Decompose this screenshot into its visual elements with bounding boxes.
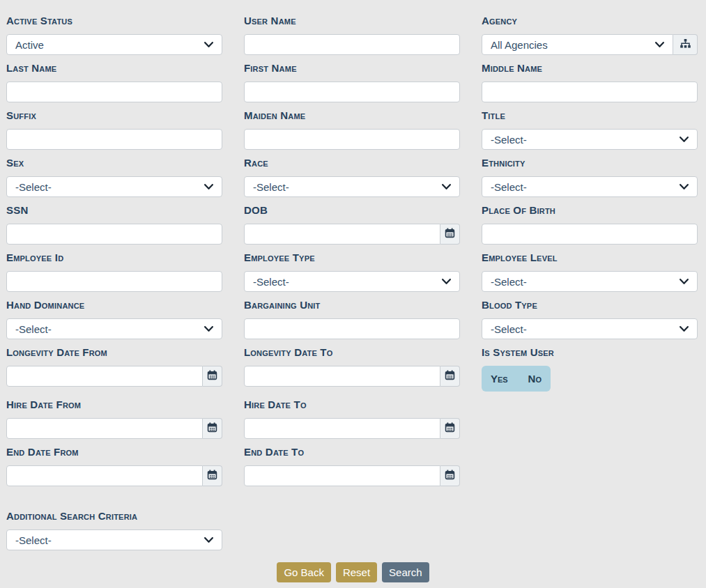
employee-type-value: -Select- xyxy=(253,276,289,288)
dob-input[interactable] xyxy=(244,224,440,245)
is-system-user-label: Is System User xyxy=(482,347,698,358)
place-of-birth-input[interactable] xyxy=(482,224,698,245)
additional-search-criteria-select[interactable]: -Select- xyxy=(6,529,222,550)
field-last-name: Last Name xyxy=(6,63,222,102)
ethnicity-label: Ethnicity xyxy=(482,157,698,169)
dob-label: DOB xyxy=(244,205,460,216)
chevron-down-icon xyxy=(680,326,689,332)
end-date-to-calendar-button[interactable] xyxy=(440,465,460,486)
suffix-input[interactable] xyxy=(6,129,222,150)
go-back-button[interactable]: Go Back xyxy=(277,562,331,582)
longevity-date-from-label: Longevity Date From xyxy=(6,347,222,358)
is-system-user-no-button[interactable]: No xyxy=(528,373,542,385)
org-chart-icon xyxy=(680,38,691,52)
field-maiden-name: Maiden Name xyxy=(244,110,460,150)
hand-dominance-label: Hand Dominance xyxy=(6,300,222,311)
reset-button[interactable]: Reset xyxy=(336,562,377,582)
chevron-down-icon xyxy=(442,279,451,285)
field-blood-type: Blood Type -Select- xyxy=(482,300,698,339)
maiden-name-input[interactable] xyxy=(244,129,460,150)
field-hire-date-to: Hire Date To xyxy=(244,399,460,439)
hire-date-to-input[interactable] xyxy=(244,418,440,439)
longevity-date-to-input[interactable] xyxy=(244,366,440,387)
longevity-date-to-label: Longevity Date To xyxy=(244,347,460,358)
first-name-label: First Name xyxy=(244,63,460,74)
title-select[interactable]: -Select- xyxy=(482,129,698,150)
field-first-name: First Name xyxy=(244,63,460,102)
form-actions: Go Back Reset Search xyxy=(0,562,706,582)
sex-select[interactable]: -Select- xyxy=(6,176,222,197)
chevron-down-icon xyxy=(680,137,689,143)
field-place-of-birth: Place Of Birth xyxy=(482,205,698,245)
hire-date-to-label: Hire Date To xyxy=(244,399,460,410)
agency-select[interactable]: All Agencies xyxy=(482,34,673,55)
hand-dominance-select[interactable]: -Select- xyxy=(6,318,222,339)
hire-date-from-input[interactable] xyxy=(6,418,203,439)
ssn-input[interactable] xyxy=(6,224,222,245)
end-date-from-input[interactable] xyxy=(6,465,203,486)
field-hire-date-from: Hire Date From xyxy=(6,399,222,439)
field-additional-search-criteria: Additional Search Criteria -Select- xyxy=(6,511,222,550)
calendar-icon xyxy=(445,370,455,382)
field-hand-dominance: Hand Dominance -Select- xyxy=(6,300,222,339)
employee-level-select[interactable]: -Select- xyxy=(482,271,698,292)
search-form: Active Status Active User Name Agency Al… xyxy=(0,0,706,486)
chevron-down-icon xyxy=(680,184,689,190)
end-date-from-calendar-button[interactable] xyxy=(203,465,222,486)
blood-type-select[interactable]: -Select- xyxy=(482,318,698,339)
chevron-down-icon xyxy=(204,42,213,48)
ethnicity-select[interactable]: -Select- xyxy=(482,176,698,197)
field-race: Race -Select- xyxy=(244,157,460,197)
field-ethnicity: Ethnicity -Select- xyxy=(482,157,698,197)
is-system-user-toggle: Yes No xyxy=(482,366,551,392)
additional-search-criteria-label: Additional Search Criteria xyxy=(6,511,222,522)
first-name-input[interactable] xyxy=(244,82,460,102)
agency-hierarchy-button[interactable] xyxy=(673,34,698,55)
search-button[interactable]: Search xyxy=(382,562,429,582)
is-system-user-yes-button[interactable]: Yes xyxy=(491,373,508,385)
field-is-system-user: Is System User Yes No xyxy=(482,347,698,392)
ethnicity-value: -Select- xyxy=(491,181,527,193)
end-date-to-label: End Date To xyxy=(244,447,460,458)
sex-label: Sex xyxy=(6,157,222,169)
dob-calendar-button[interactable] xyxy=(440,224,460,245)
employee-type-select[interactable]: -Select- xyxy=(244,271,460,292)
last-name-input[interactable] xyxy=(6,82,222,102)
field-active-status: Active Status Active xyxy=(6,15,222,55)
calendar-icon xyxy=(445,470,455,482)
chevron-down-icon xyxy=(204,537,213,543)
place-of-birth-label: Place Of Birth xyxy=(482,205,698,216)
field-user-name: User Name xyxy=(244,15,460,55)
user-name-label: User Name xyxy=(244,15,460,26)
title-label: Title xyxy=(482,110,698,121)
field-end-date-to: End Date To xyxy=(244,447,460,486)
field-suffix: Suffix xyxy=(6,110,222,150)
hire-date-from-calendar-button[interactable] xyxy=(203,418,222,439)
title-value: -Select- xyxy=(491,134,527,146)
field-longevity-date-to: Longevity Date To xyxy=(244,347,460,392)
hire-date-to-calendar-button[interactable] xyxy=(440,418,460,439)
chevron-down-icon xyxy=(655,42,664,48)
active-status-label: Active Status xyxy=(6,15,222,26)
middle-name-label: Middle Name xyxy=(482,63,698,74)
end-date-to-input[interactable] xyxy=(244,465,440,486)
last-name-label: Last Name xyxy=(6,63,222,74)
end-date-from-label: End Date From xyxy=(6,447,222,458)
bargaining-unit-input[interactable] xyxy=(244,318,460,339)
field-employee-type: Employee Type -Select- xyxy=(244,252,460,292)
longevity-date-to-calendar-button[interactable] xyxy=(440,366,460,387)
chevron-down-icon xyxy=(204,326,213,332)
longevity-date-from-calendar-button[interactable] xyxy=(203,366,222,387)
employee-id-input[interactable] xyxy=(6,271,222,292)
maiden-name-label: Maiden Name xyxy=(244,110,460,121)
active-status-select[interactable]: Active xyxy=(6,34,222,55)
employee-id-label: Employee Id xyxy=(6,252,222,263)
race-select[interactable]: -Select- xyxy=(244,176,460,197)
middle-name-input[interactable] xyxy=(482,82,698,102)
user-name-input[interactable] xyxy=(244,34,460,55)
calendar-icon xyxy=(445,422,455,435)
calendar-icon xyxy=(207,470,217,482)
longevity-date-from-input[interactable] xyxy=(6,366,203,387)
field-longevity-date-from: Longevity Date From xyxy=(6,347,222,392)
hand-dominance-value: -Select- xyxy=(15,323,52,335)
